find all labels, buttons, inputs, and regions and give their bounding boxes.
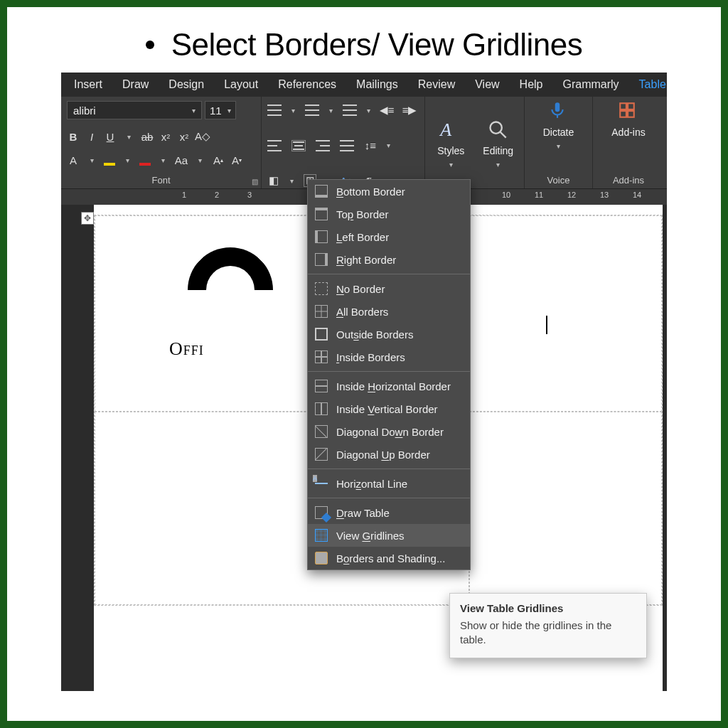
text-effects-button[interactable]: A bbox=[67, 154, 80, 167]
menu-item-diagonal-down[interactable]: Diagonal Down Border bbox=[308, 420, 470, 443]
svg-rect-5 bbox=[628, 103, 634, 109]
menu-separator bbox=[308, 498, 470, 498]
font-dialog-launcher-icon[interactable]: ▧ bbox=[252, 178, 258, 186]
tab-design[interactable]: Design bbox=[159, 73, 214, 97]
chevron-down-icon: ▾ bbox=[290, 177, 294, 185]
table-cell[interactable] bbox=[469, 215, 662, 412]
align-center-button[interactable] bbox=[291, 140, 306, 151]
tab-mailings[interactable]: Mailings bbox=[346, 73, 408, 97]
menu-item-all-borders[interactable]: All Borders bbox=[308, 300, 470, 323]
bottom-border-icon bbox=[315, 185, 328, 198]
tab-view[interactable]: View bbox=[465, 73, 509, 97]
editing-button[interactable]: Editing ▾ bbox=[478, 119, 519, 168]
shading-button[interactable]: ◧ bbox=[267, 174, 280, 187]
no-border-icon bbox=[315, 282, 328, 295]
tab-references[interactable]: References bbox=[268, 73, 346, 97]
table-cell[interactable] bbox=[469, 412, 662, 605]
tab-insert[interactable]: Insert bbox=[64, 73, 112, 97]
tooltip-body: Show or hide the gridlines in the table. bbox=[460, 619, 636, 648]
menu-item-no-border[interactable]: No Border bbox=[308, 277, 470, 300]
menu-item-borders-and-shading[interactable]: Borders and Shading... bbox=[308, 547, 470, 569]
styles-icon: A bbox=[440, 119, 461, 141]
chevron-down-icon: ▾ bbox=[228, 107, 231, 114]
grow-font-button[interactable]: A▴ bbox=[212, 154, 225, 167]
inside-vertical-icon bbox=[315, 402, 328, 415]
dictate-label: Dictate bbox=[543, 127, 574, 138]
ribbon-group-voice: Dictate ▾ Voice bbox=[525, 97, 593, 188]
bold-button[interactable]: B bbox=[67, 130, 80, 143]
subscript-button[interactable]: x2 bbox=[159, 130, 172, 143]
clear-format-button[interactable]: A◇ bbox=[196, 130, 209, 143]
font-name-select[interactable]: alibri ▾ bbox=[67, 101, 202, 119]
tab-table[interactable]: Table bbox=[629, 73, 667, 97]
menu-item-inside-horizontal[interactable]: Inside Horizontal Border bbox=[308, 375, 470, 397]
menu-item-view-gridlines[interactable]: View Gridlines bbox=[308, 524, 470, 547]
inside-horizontal-icon bbox=[315, 380, 328, 392]
ruler-mark: 14 bbox=[633, 191, 641, 199]
bullets-button[interactable] bbox=[267, 105, 282, 116]
text-cursor bbox=[546, 316, 547, 334]
addins-icon bbox=[618, 101, 639, 122]
slide-frame: Select Borders/ View Gridlines Insert Dr… bbox=[0, 0, 728, 728]
italic-button[interactable]: I bbox=[85, 130, 98, 143]
font-color-button[interactable] bbox=[139, 156, 151, 166]
chevron-down-icon: ▾ bbox=[557, 142, 560, 150]
logo-ring-icon bbox=[170, 230, 291, 350]
menu-item-draw-table[interactable]: Draw Table bbox=[308, 501, 470, 524]
ruler-mark: 1 bbox=[182, 191, 186, 199]
bullet-icon bbox=[146, 41, 154, 49]
change-case-button[interactable]: Aa bbox=[175, 154, 188, 167]
table-move-handle-icon[interactable]: ✥ bbox=[81, 212, 94, 225]
ruler-mark: 3 bbox=[247, 191, 252, 199]
numbering-button[interactable] bbox=[305, 105, 319, 116]
superscript-button[interactable]: x2 bbox=[178, 130, 191, 143]
line-spacing-button[interactable]: ↕≡ bbox=[364, 139, 377, 152]
chevron-down-icon: ▾ bbox=[193, 154, 206, 167]
menu-item-inside-vertical[interactable]: Inside Vertical Border bbox=[308, 397, 470, 420]
menu-item-inside-borders[interactable]: Inside Borders bbox=[308, 346, 470, 368]
styles-button[interactable]: A Styles ▾ bbox=[431, 119, 471, 168]
menu-item-bottom-border[interactable]: Bottom Border bbox=[308, 180, 470, 203]
menu-item-diagonal-up[interactable]: Diagonal Up Border bbox=[308, 443, 470, 466]
chevron-down-icon: ▾ bbox=[291, 107, 295, 114]
menu-item-right-border[interactable]: Right Border bbox=[308, 248, 470, 271]
font-size-select[interactable]: 11 ▾ bbox=[205, 101, 236, 119]
inside-borders-icon bbox=[315, 350, 328, 363]
horizontal-line-icon bbox=[315, 477, 328, 490]
align-left-button[interactable] bbox=[267, 140, 282, 151]
addins-button[interactable]: Add-ins bbox=[602, 101, 655, 138]
chevron-down-icon: ▾ bbox=[387, 141, 390, 149]
font-group-label: Font bbox=[67, 175, 255, 187]
tab-draw[interactable]: Draw bbox=[112, 73, 159, 97]
ribbon-group-addins: Add-ins Add-ins bbox=[593, 97, 664, 188]
highlight-button[interactable] bbox=[104, 156, 115, 166]
shrink-font-button[interactable]: A▾ bbox=[230, 154, 243, 167]
ruler-mark: 11 bbox=[535, 191, 543, 199]
chevron-down-icon: ▾ bbox=[329, 107, 333, 114]
logo-image: Offi bbox=[166, 247, 294, 375]
multilevel-button[interactable] bbox=[343, 105, 357, 116]
ribbon-group-font: alibri ▾ 11 ▾ B I U ▾ ab x2 x2 A◇ bbox=[61, 97, 262, 188]
svg-rect-4 bbox=[620, 103, 626, 109]
svg-line-1 bbox=[500, 132, 505, 138]
menu-item-horizontal-line[interactable]: Horizontal Line bbox=[308, 472, 470, 495]
tab-review[interactable]: Review bbox=[408, 73, 465, 97]
tab-help[interactable]: Help bbox=[510, 73, 553, 97]
increase-indent-button[interactable]: ≡▶ bbox=[403, 104, 416, 117]
left-border-icon bbox=[315, 230, 328, 243]
menu-item-top-border[interactable]: Top Border bbox=[308, 203, 470, 225]
instruction-row: Select Borders/ View Gridlines bbox=[20, 20, 708, 73]
dictate-button[interactable]: Dictate ▾ bbox=[532, 101, 585, 150]
menu-item-left-border[interactable]: Left Border bbox=[308, 225, 470, 248]
search-icon bbox=[488, 119, 509, 141]
underline-button[interactable]: U bbox=[104, 130, 117, 143]
strikethrough-button[interactable]: ab bbox=[141, 130, 154, 143]
decrease-indent-button[interactable]: ◀≡ bbox=[380, 104, 393, 117]
tab-layout[interactable]: Layout bbox=[214, 73, 268, 97]
tooltip: View Table Gridlines Show or hide the gr… bbox=[449, 593, 647, 658]
tab-grammarly[interactable]: Grammarly bbox=[553, 73, 629, 97]
align-right-button[interactable] bbox=[316, 140, 330, 151]
justify-button[interactable] bbox=[340, 140, 354, 151]
addins-group-label: Add-ins bbox=[613, 175, 644, 187]
menu-item-outside-borders[interactable]: Outside Borders bbox=[308, 323, 470, 346]
